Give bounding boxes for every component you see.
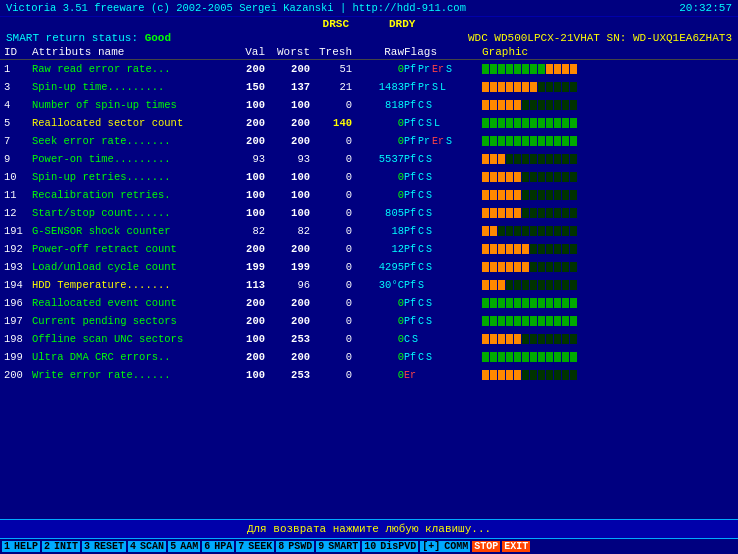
table-row: 192 Power-off retract count 200 200 0 12… [0,240,738,258]
hdd-info: WDC WD500LPCX-21VHAT SN: WD-UXQ1EA6ZHAT3 [468,32,732,44]
bottom-button[interactable]: 5AAM [168,541,200,552]
table-row: 9 Power-on time......... 93 93 0 5537 Pf… [0,150,738,168]
cell-raw: 4295 [352,261,404,273]
cell-val: 100 [227,369,265,381]
bottom-button[interactable]: 4SCAN [128,541,166,552]
bottom-button[interactable]: STOP [472,541,500,552]
cell-tresh: 0 [310,99,352,111]
cell-id: 11 [4,189,32,201]
cell-tresh: 0 [310,225,352,237]
bottom-button[interactable]: 9SMART [316,541,360,552]
cell-raw: 0 [352,135,404,147]
table-row: 196 Reallocated event count 200 200 0 0 … [0,294,738,312]
cell-name: Reallocated sector count [32,117,227,129]
cell-tresh: 0 [310,351,352,363]
bottom-button[interactable]: 10DisPVD [362,541,418,552]
table-row: 3 Spin-up time......... 150 137 21 1483 … [0,78,738,96]
cell-id: 4 [4,99,32,111]
cell-val: 200 [227,117,265,129]
cell-raw: 0 [352,171,404,183]
cell-flags: PfCS [404,154,482,165]
cell-id: 3 [4,81,32,93]
bottom-button[interactable]: 6HPA [202,541,234,552]
bottom-button[interactable]: 2INIT [42,541,80,552]
header-worst: Worst [265,46,310,58]
header-id: ID [4,46,32,58]
cell-id: 10 [4,171,32,183]
cell-flags: Er [404,370,482,381]
table-row: 11 Recalibration retries. 100 100 0 0 Pf… [0,186,738,204]
bottom-button[interactable]: EXIT [502,541,530,552]
cell-raw: 805 [352,207,404,219]
cell-worst: 100 [265,189,310,201]
cell-flags: PfCSL [404,118,482,129]
title-bar: Victoria 3.51 freeware (c) 2002-2005 Ser… [0,0,738,17]
cell-worst: 93 [265,153,310,165]
cell-raw: 5537 [352,153,404,165]
table-body: 1 Raw read error rate... 200 200 51 0 Pf… [0,60,738,519]
cell-id: 9 [4,153,32,165]
btn-label: HELP [12,541,40,552]
cell-tresh: 21 [310,81,352,93]
cell-raw: 0 [352,351,404,363]
cell-name: Ultra DMA CRC errors.. [32,351,227,363]
btn-num: 8 [276,541,286,552]
cell-tresh: 0 [310,153,352,165]
btn-num: 9 [316,541,326,552]
cell-flags: PfCS [404,244,482,255]
cell-graphic [482,171,602,183]
btn-num: 1 [2,541,12,552]
header-name: Attributs name [32,46,227,58]
bottom-button[interactable]: [+]COMM [420,541,470,552]
cell-id: 192 [4,243,32,255]
table-row: 193 Load/unload cycle count 199 199 0 42… [0,258,738,276]
cell-raw: 0 [352,117,404,129]
cell-val: 200 [227,135,265,147]
table-row: 1 Raw read error rate... 200 200 51 0 Pf… [0,60,738,78]
table-row: 194 HDD Temperature....... 113 96 0 30°C… [0,276,738,294]
cell-raw: 12 [352,243,404,255]
cell-flags: CS [404,334,482,345]
bottom-button[interactable]: 3RESET [82,541,126,552]
bottom-button[interactable]: 7SEEK [236,541,274,552]
cell-worst: 200 [265,117,310,129]
cell-id: 191 [4,225,32,237]
cell-graphic [482,279,602,291]
cell-graphic [482,81,602,93]
cell-tresh: 0 [310,315,352,327]
cell-worst: 253 [265,369,310,381]
cell-worst: 100 [265,207,310,219]
cell-worst: 200 [265,297,310,309]
btn-label: STOP [472,541,500,552]
btn-label: DisPVD [378,541,418,552]
bottom-button[interactable]: 8PSWD [276,541,314,552]
btn-num: 7 [236,541,246,552]
table-row: 7 Seek error rate....... 200 200 0 0 PfP… [0,132,738,150]
cell-id: 196 [4,297,32,309]
bottom-bar: 1HELP2INIT3RESET4SCAN5AAM6HPA7SEEK8PSWD9… [0,539,738,554]
cell-graphic [482,153,602,165]
btn-num: 3 [82,541,92,552]
btn-num: 2 [42,541,52,552]
bottom-button[interactable]: 1HELP [2,541,40,552]
title-text: Victoria 3.51 freeware (c) 2002-2005 Ser… [6,2,466,14]
table-row: 10 Spin-up retries....... 100 100 0 0 Pf… [0,168,738,186]
cell-worst: 200 [265,315,310,327]
cell-graphic [482,369,602,381]
cell-id: 198 [4,333,32,345]
smart-value: Good [145,32,171,44]
cell-id: 1 [4,63,32,75]
btn-label: EXIT [502,541,530,552]
cell-name: Offline scan UNC sectors [32,333,227,345]
btn-label: SEEK [246,541,274,552]
cell-worst: 200 [265,243,310,255]
cell-raw: 0 [352,297,404,309]
cell-graphic [482,189,602,201]
cell-flags: PfCS [404,298,482,309]
cell-tresh: 0 [310,135,352,147]
table-row: 197 Current pending sectors 200 200 0 0 … [0,312,738,330]
btn-label: HPA [212,541,234,552]
cell-flags: PfCS [404,352,482,363]
cell-val: 200 [227,63,265,75]
cell-tresh: 0 [310,243,352,255]
